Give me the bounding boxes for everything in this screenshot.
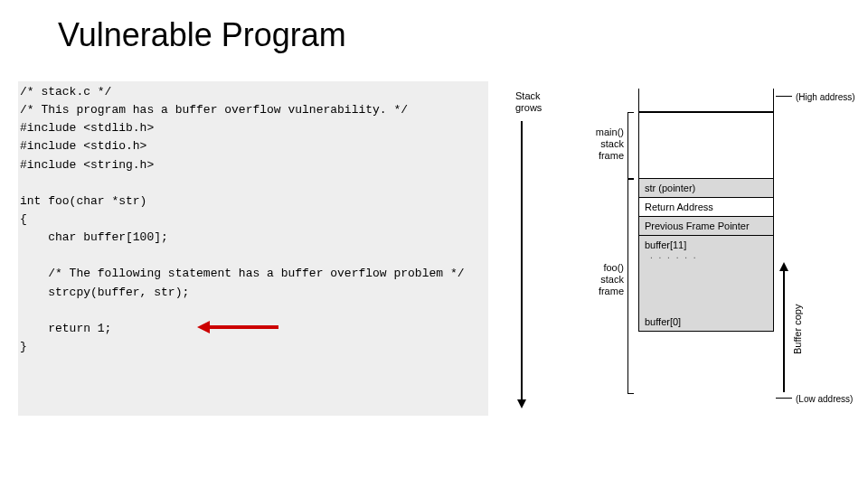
- high-addr-line: [776, 96, 792, 97]
- main-frame-label: main() stack frame: [588, 127, 624, 163]
- code-line: {: [20, 212, 27, 226]
- buf11-label: buffer[11]: [645, 239, 686, 250]
- stack-row-buf11: buffer[11] . . . . . .: [639, 236, 773, 292]
- code-block: /* stack.c */ /* This program has a buff…: [18, 81, 488, 416]
- main-frame-bracket: [627, 112, 628, 179]
- low-address-label: (Low address): [796, 394, 853, 404]
- arrow-indicator: [197, 322, 278, 333]
- code-line: #include <stdio.h>: [20, 139, 146, 153]
- stack-column: str (pointer) Return Address Previous Fr…: [638, 89, 774, 332]
- page-title: Vulnerable Program: [58, 16, 346, 54]
- foo-frame-bracket: [627, 179, 628, 394]
- code-line: #include <string.h>: [20, 158, 154, 172]
- buffer-copy-arrow-icon: [783, 269, 785, 392]
- code-line: return 1;: [20, 322, 111, 335]
- down-arrow-icon: [521, 121, 523, 401]
- stack-grows-label: Stack grows: [515, 90, 542, 114]
- code-line: strcpy(buffer, str);: [20, 286, 189, 299]
- stack-row-str: str (pointer): [639, 179, 773, 198]
- code-line: int foo(char *str): [20, 194, 146, 208]
- buf0-label: buffer[0]: [645, 316, 681, 327]
- high-address-label: (High address): [796, 92, 855, 102]
- code-line: #include <stdlib.h>: [20, 121, 154, 135]
- stack-row-buf0: buffer[0]: [639, 292, 773, 332]
- stack-diagram: Stack grows main() stack frame foo() sta…: [497, 81, 859, 416]
- stack-row-top: [639, 89, 773, 112]
- stack-row-return: Return Address: [639, 198, 773, 217]
- code-line: /* The following statement has a buffer …: [20, 267, 464, 280]
- code-line: }: [20, 340, 27, 353]
- stack-row-main: [639, 112, 773, 179]
- foo-frame-label: foo() stack frame: [588, 262, 624, 298]
- ellipsis-icon: . . . . . .: [645, 250, 768, 260]
- buffer-copy-label: Buffer copy: [792, 305, 803, 354]
- code-line: /* This program has a buffer overflow vu…: [20, 103, 408, 117]
- low-addr-line: [776, 398, 792, 399]
- stack-row-pfp: Previous Frame Pointer: [639, 217, 773, 236]
- code-line: char buffer[100];: [20, 230, 168, 244]
- code-line: /* stack.c */: [20, 85, 111, 99]
